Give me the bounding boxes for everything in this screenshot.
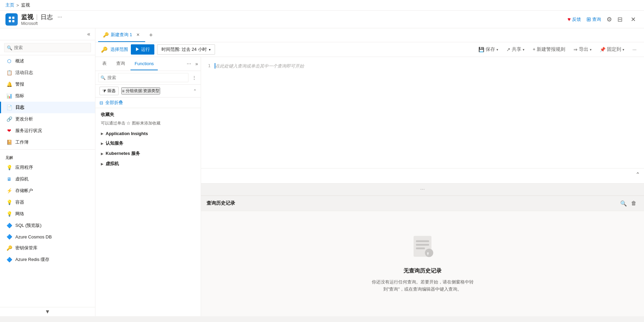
sidebar-item-service-health[interactable]: ❤ 服务运行状况 bbox=[0, 125, 95, 136]
settings-btn[interactable]: ⚙ bbox=[607, 16, 612, 23]
editor-expand-btn[interactable]: ⌃ bbox=[634, 170, 641, 179]
sidebar-item-workbooks[interactable]: 📔 工作簿 bbox=[0, 136, 95, 148]
save-chevron-icon: ▾ bbox=[496, 48, 498, 52]
close-btn[interactable]: ✕ bbox=[628, 14, 639, 25]
line-number-1: 1 bbox=[201, 63, 215, 69]
panel-tab-query[interactable]: 查询 bbox=[112, 57, 129, 71]
sidebar-collapse-btn[interactable]: « bbox=[85, 30, 92, 39]
expand-icon[interactable]: ⌃ bbox=[193, 89, 197, 93]
sidebar-item-metrics[interactable]: 📊 指标 bbox=[0, 90, 95, 102]
history-empty-title: 无查询历史记录 bbox=[403, 267, 442, 275]
sidebar-item-keyvault[interactable]: 🔑 密钥保管库 bbox=[0, 242, 95, 254]
panel-separator-dots: ··· bbox=[419, 185, 426, 194]
sidebar-item-alerts[interactable]: 🔔 警报 bbox=[0, 78, 95, 90]
sidebar-item-redis[interactable]: 🔷 Azure Redis 缓存 bbox=[0, 254, 95, 265]
filter-btn[interactable]: ⧩ 筛选 bbox=[99, 87, 119, 95]
sidebar-item-storage[interactable]: ⚡ 存储帐户 bbox=[0, 185, 95, 196]
page-icon bbox=[5, 13, 18, 26]
export-icon: ⇒ bbox=[573, 47, 578, 52]
history-empty-desc: 你还没有运行任何查询。若要开始，请在侧窗格中转到"查询"，或在查询编辑器中键入查… bbox=[371, 279, 474, 293]
tree-item-label-2: 认知服务 bbox=[106, 140, 123, 146]
svg-rect-2 bbox=[9, 20, 11, 22]
sidebar-search-input[interactable] bbox=[4, 43, 91, 52]
applications-icon: 💡 bbox=[6, 165, 12, 170]
query-tab-1[interactable]: 🔑 新建查询 1 ✕ bbox=[98, 28, 145, 42]
breadcrumb-current: 监视 bbox=[21, 2, 30, 8]
page-title-area: 监视 | 日志 ··· Microsoft bbox=[21, 13, 64, 26]
pin-chevron-icon: ▾ bbox=[623, 48, 624, 52]
sidebar-section-insights: 见解 bbox=[0, 151, 95, 162]
breadcrumb-home[interactable]: 主页 bbox=[5, 2, 14, 8]
favorites-title: 收藏夹 bbox=[95, 108, 201, 119]
panel-search-input[interactable] bbox=[98, 73, 188, 82]
history-delete-btn[interactable]: 🗑 bbox=[629, 200, 639, 207]
group-by-btn[interactable]: ≡ 分组依据:资源类型 bbox=[121, 87, 160, 94]
time-range-label: 时间范围: 过去 24 小时 bbox=[162, 46, 207, 53]
tab-add-btn[interactable]: + bbox=[147, 30, 156, 40]
save-btn[interactable]: 💾 保存 ▾ bbox=[476, 45, 500, 54]
collapse-all-btn[interactable]: ⊟ 全部折叠 bbox=[95, 98, 201, 108]
sidebar-item-activity-log[interactable]: 📋 活动日志 bbox=[0, 67, 95, 78]
sidebar-item-cosmos[interactable]: 🔷 Azure Cosmos DB bbox=[0, 231, 95, 242]
collapse-all-icon: ⊟ bbox=[99, 100, 103, 105]
panel-tab-functions[interactable]: Functions bbox=[131, 58, 158, 70]
sidebar-item-change-analysis[interactable]: 🔗 更改分析 bbox=[0, 113, 95, 125]
panel-more-btn[interactable]: ··· bbox=[187, 61, 191, 67]
sidebar-item-overview[interactable]: ⬡ 概述 bbox=[0, 55, 95, 67]
cosmos-icon: 🔷 bbox=[6, 234, 12, 239]
header-org: Microsoft bbox=[21, 21, 64, 26]
tab-close-btn[interactable]: ✕ bbox=[136, 32, 140, 37]
sidebar-item-network[interactable]: 💡 网络 bbox=[0, 208, 95, 220]
time-range-btn[interactable]: 时间范围: 过去 24 小时 ▾ bbox=[157, 44, 215, 55]
activity-log-icon: 📋 bbox=[6, 70, 12, 75]
chevron-right-icon: ▶ bbox=[101, 132, 104, 135]
title-separator: | bbox=[36, 13, 38, 20]
feedback-btn[interactable]: ♥ 反馈 bbox=[568, 16, 581, 23]
filter-icon: ⧩ bbox=[103, 89, 106, 93]
tree-item-label-4: 虚拟机 bbox=[106, 161, 119, 167]
header-ellipsis-btn[interactable]: ··· bbox=[56, 13, 64, 21]
svg-point-8 bbox=[425, 249, 433, 257]
svg-rect-9 bbox=[428, 252, 428, 255]
new-alert-btn[interactable]: + 新建警报规则 bbox=[531, 45, 567, 54]
svg-rect-10 bbox=[427, 253, 429, 253]
sidebar-item-containers[interactable]: 💡 容器 bbox=[0, 196, 95, 208]
export-btn[interactable]: ⇒ 导出 ▾ bbox=[571, 45, 594, 54]
chevron-right-icon-3: ▶ bbox=[101, 152, 104, 156]
share-btn[interactable]: ↗ 共享 ▾ bbox=[504, 45, 526, 54]
redis-icon: 🔷 bbox=[6, 257, 12, 262]
panel-options-btn[interactable]: ⋮ bbox=[190, 74, 198, 82]
scope-btn[interactable]: 选择范围 bbox=[110, 46, 128, 53]
change-analysis-icon: 🔗 bbox=[6, 116, 12, 122]
containers-icon: 💡 bbox=[6, 200, 12, 205]
sidebar-item-logs[interactable]: 📄 日志 bbox=[0, 102, 95, 113]
service-health-icon: ❤ bbox=[6, 128, 12, 133]
svg-rect-1 bbox=[12, 16, 14, 18]
query-btn[interactable]: ⊞ 查询 bbox=[586, 16, 601, 23]
sidebar-item-applications[interactable]: 💡 应用程序 bbox=[0, 162, 95, 173]
tree-item-kubernetes[interactable]: ▶ Kubernetes 服务 bbox=[95, 148, 201, 159]
page-main-title: 监视 bbox=[21, 13, 33, 21]
metrics-icon: 📊 bbox=[6, 93, 12, 99]
tree-item-application-insights[interactable]: ▶ Application Insights bbox=[95, 129, 201, 138]
tree-item-cognitive[interactable]: ▶ 认知服务 bbox=[95, 138, 201, 148]
history-search-btn[interactable]: 🔍 bbox=[618, 200, 629, 207]
keyvault-icon: 🔑 bbox=[6, 245, 12, 251]
sql-icon: 🔷 bbox=[6, 223, 12, 228]
sidebar-item-vms[interactable]: 🖥 虚拟机 bbox=[0, 173, 95, 185]
panel-collapse-btn[interactable]: » bbox=[195, 61, 198, 67]
favorites-hint: 可以通过单击 ☆ 图标来添加收藏 bbox=[95, 119, 201, 129]
pin-btn[interactable]: 📌 固定到 ▾ bbox=[598, 45, 626, 54]
run-btn[interactable]: ▶ 运行 bbox=[131, 44, 154, 55]
panel-tab-table[interactable]: 表 bbox=[98, 57, 111, 71]
tree-item-vm[interactable]: ▶ 虚拟机 bbox=[95, 159, 201, 169]
sidebar-item-sql[interactable]: 🔷 SQL (预览版) bbox=[0, 220, 95, 231]
tree-item-label-3: Kubernetes 服务 bbox=[106, 150, 140, 157]
group-by-icon: ≡ bbox=[122, 89, 124, 93]
alerts-icon: 🔔 bbox=[6, 82, 12, 87]
toolbar-more-btn[interactable]: ··· bbox=[630, 45, 639, 54]
chevron-right-icon-2: ▶ bbox=[101, 142, 104, 145]
network-icon: 💡 bbox=[6, 211, 12, 217]
tree-item-label: Application Insights bbox=[106, 131, 148, 136]
layout-btn[interactable]: ⊟ bbox=[617, 16, 623, 23]
